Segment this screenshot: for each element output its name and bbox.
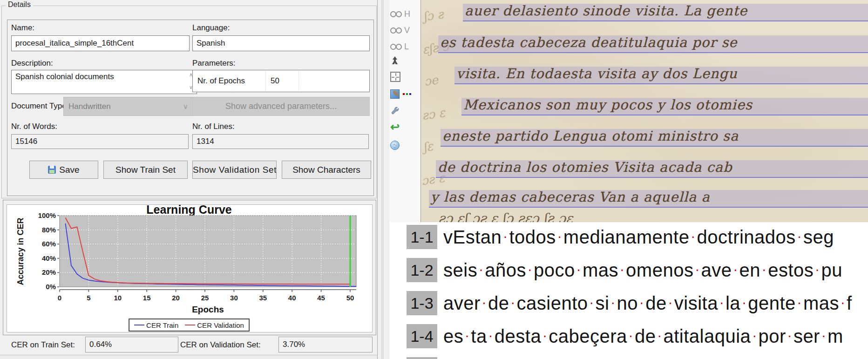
transcript-word: cabeçera [549, 326, 627, 346]
line-number-badge-1-2[interactable]: 1-2 [407, 258, 437, 282]
transcript-word: es [443, 326, 463, 346]
parameters-label: Parameters: [192, 59, 236, 68]
merge-arrow-button[interactable] [390, 54, 420, 67]
link-pair-lines-button[interactable]: L [390, 40, 420, 53]
manuscript-image-canvas[interactable]: ʃɔ ƨɛʃƨ ɔɔeƨɔ ɛʃɛɔƨ ɛauer delasiento sin… [420, 0, 868, 223]
manuscript-handwriting: auer delasiento sinode visita. La gente [465, 3, 747, 19]
manuscript-text-line-7[interactable]: y las demas cabeceras Van a aquella a [429, 190, 868, 208]
lines-label: Nr. of Lines: [192, 122, 235, 131]
panel-bottom-edge [0, 355, 377, 359]
help-button[interactable]: ? [390, 139, 420, 152]
page-bleed-through-mark: ʃɛ [422, 139, 434, 155]
word-separator-dot: · [502, 229, 509, 244]
manuscript-text-line-2[interactable]: es tadesta cabeceza deatitulaquia por se [438, 35, 868, 53]
transcript-word: no [617, 293, 638, 313]
epochs-param-value[interactable]: 50 [266, 76, 298, 86]
transcription-line-1-1[interactable]: vEstan·todos·medianamente·doctrinados·se… [443, 225, 834, 249]
manuscript-text-line-4[interactable]: Mexicanos son muy pocos y los otomies [461, 98, 868, 115]
line-number-badge-1-1[interactable]: 1-1 [407, 225, 437, 249]
description-label: Description: [11, 59, 53, 68]
edit-colors-button[interactable]: ✎ [390, 88, 420, 101]
show-train-set-label: Show Train Set [115, 165, 176, 175]
parameters-table[interactable]: Nr. of Epochs 50 [192, 70, 370, 92]
undo-arrow-button[interactable]: ↩ [390, 121, 420, 134]
transcript-word: m [827, 326, 843, 346]
words-label: Nr. of Words: [11, 122, 57, 131]
show-characters-button[interactable]: Show Characters [282, 161, 371, 179]
language-label: Language: [192, 23, 230, 33]
splitter-groove [383, 0, 383, 359]
transcript-word: atitalaquia [664, 326, 751, 346]
splitter-groove [381, 0, 382, 359]
link-pair-horizontal-button[interactable]: H [390, 7, 420, 20]
name-input[interactable]: procesal_italica_simple_16thCent [11, 35, 190, 51]
merge-arrow-icon [390, 56, 400, 65]
svg-text:60%: 60% [42, 240, 56, 248]
transcription-line-1-4[interactable]: es·ta·desta·cabeçera·de·atitalaquia·por·… [443, 324, 843, 348]
transcript-word: en [739, 260, 761, 280]
panel-splitter[interactable] [377, 0, 378, 359]
transcript-word: vEstan [443, 227, 502, 247]
word-separator-dot: · [541, 328, 549, 343]
transcript-word: doctrinados [697, 227, 796, 247]
svg-text:40: 40 [288, 294, 296, 302]
word-separator-dot: · [656, 328, 663, 343]
transcript-word: seg [803, 227, 834, 247]
line-number-badge-1-5[interactable]: 1-5 [407, 357, 437, 359]
transcript-word: la [726, 293, 740, 313]
grid-frame-button[interactable] [390, 70, 420, 83]
show-validation-set-button[interactable]: Show Validation Set [192, 161, 277, 179]
line-number-badge-1-4[interactable]: 1-4 [407, 324, 437, 348]
legend-item-validation: CER Validation [185, 321, 244, 329]
tool-letter: H [404, 9, 410, 19]
word-separator-dot: · [814, 262, 821, 277]
transcription-line-1-2[interactable]: seis·años·poco·mas·omenos·ave·en·estos·p… [443, 258, 842, 282]
help-icon: ? [390, 141, 400, 150]
description-input[interactable]: Spanish colonial documents ∧ ∨ [11, 70, 197, 94]
transcript-word: de [488, 293, 509, 313]
details-group-label: Details [6, 0, 33, 9]
word-separator-dot: · [463, 328, 471, 343]
word-separator-dot: · [618, 262, 626, 277]
page-bleed-through-mark: ʃɔ ƨ [422, 7, 444, 24]
legend-train-label: CER Train [146, 321, 178, 329]
word-separator-dot: · [820, 328, 827, 343]
manuscript-text-line-6[interactable]: de doctrina los otomies Visita acada cab [436, 160, 868, 178]
link-pair-vertical-icon [390, 27, 402, 34]
link-pair-vertical-button[interactable]: V [390, 24, 420, 37]
word-separator-dot: · [526, 262, 534, 277]
transcript-word: mas [803, 293, 839, 313]
line-number-badge-1-3[interactable]: 1-3 [407, 291, 437, 315]
transcript-word: de [635, 326, 656, 346]
cer-train-value-field: 0.64% [85, 337, 178, 352]
transcription-line-1-3[interactable]: aver·de·casiento·si·no·de·visita·la·gent… [443, 291, 852, 315]
legend-validation-label: CER Validation [197, 321, 244, 329]
show-train-set-button[interactable]: Show Train Set [103, 161, 188, 179]
cer-validation-label: CER on Validation Set: [180, 340, 261, 350]
word-separator-dot: · [609, 295, 617, 310]
wrench-button[interactable] [390, 104, 420, 117]
word-separator-dot: · [796, 295, 803, 310]
transcript-word: f [847, 293, 852, 313]
svg-text:80%: 80% [42, 226, 56, 234]
description-text: Spanish colonial documents [15, 72, 114, 81]
word-separator-dot: · [760, 262, 768, 277]
manuscript-handwriting: es tadesta cabeceza deatitulaquia por se [440, 34, 737, 50]
manuscript-text-line-1[interactable]: auer delasiento sinode visita. La gente [463, 4, 868, 21]
transcript-word: seis [443, 260, 477, 280]
word-separator-dot: · [627, 328, 635, 343]
word-separator-dot: · [740, 295, 748, 310]
word-separator-dot: · [556, 229, 563, 244]
transcript-word: todos [509, 227, 556, 247]
transcript-word: por [758, 326, 786, 346]
manuscript-text-line-3[interactable]: visita. En todaesta visita ay dos Lengu [454, 67, 868, 84]
word-separator-dot: · [481, 295, 488, 310]
document-type-dropdown: Handwritten ∨ [63, 97, 194, 116]
save-button[interactable]: Save [29, 161, 98, 179]
language-input[interactable]: Spanish [192, 35, 370, 51]
manuscript-handwriting: Mexicanos son muy pocos y los otomies [463, 97, 753, 113]
word-separator-dot: · [732, 262, 739, 277]
svg-text:25: 25 [201, 294, 209, 302]
transcript-word: estos [768, 260, 814, 280]
manuscript-text-line-5[interactable]: eneste partido Lengua otomi ministro sa [441, 129, 868, 147]
